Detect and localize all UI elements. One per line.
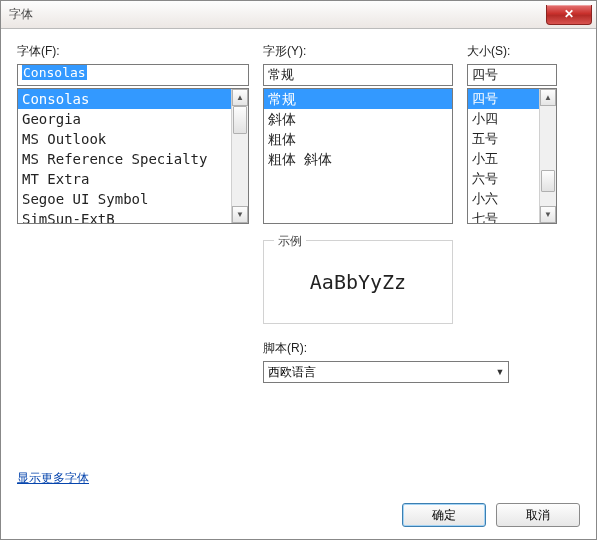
close-button[interactable]: ✕: [546, 5, 592, 25]
size-input[interactable]: [467, 64, 557, 86]
button-row: 确定 取消: [402, 503, 580, 527]
list-item[interactable]: 七号: [468, 209, 539, 223]
sample-group: 示例 AaBbYyZz: [263, 240, 453, 324]
dialog-body: 字体(F): Consolas ConsolasGeorgiaMS Outloo…: [1, 29, 596, 539]
list-item[interactable]: MT Extra: [18, 169, 231, 189]
scroll-down-icon[interactable]: ▼: [232, 206, 248, 223]
size-label: 大小(S):: [467, 43, 557, 60]
style-column: 字形(Y): 常规斜体粗体粗体 斜体 示例 AaBbYyZz 脚本(R): 西欧…: [263, 43, 453, 383]
style-label: 字形(Y):: [263, 43, 453, 60]
sample-label: 示例: [274, 233, 306, 250]
list-item[interactable]: Georgia: [18, 109, 231, 129]
font-label: 字体(F):: [17, 43, 249, 60]
list-item[interactable]: 常规: [264, 89, 452, 109]
size-listbox[interactable]: 四号小四五号小五六号小六七号 ▲ ▼: [467, 88, 557, 224]
list-item[interactable]: MS Outlook: [18, 129, 231, 149]
scroll-up-icon[interactable]: ▲: [232, 89, 248, 106]
close-icon: ✕: [564, 7, 574, 21]
scroll-up-icon[interactable]: ▲: [540, 89, 556, 106]
list-item[interactable]: Segoe UI Symbol: [18, 189, 231, 209]
font-dialog: 字体 ✕ 字体(F): Consolas ConsolasGeorgiaMS O…: [0, 0, 597, 540]
script-value: 西欧语言: [268, 364, 316, 381]
font-input[interactable]: Consolas: [17, 64, 249, 86]
script-label: 脚本(R):: [263, 340, 453, 357]
ok-button[interactable]: 确定: [402, 503, 486, 527]
list-item[interactable]: 粗体 斜体: [264, 149, 452, 169]
size-column: 大小(S): 四号小四五号小五六号小六七号 ▲ ▼: [467, 43, 557, 383]
scroll-down-icon[interactable]: ▼: [540, 206, 556, 223]
font-listbox[interactable]: ConsolasGeorgiaMS OutlookMS Reference Sp…: [17, 88, 249, 224]
list-item[interactable]: 小四: [468, 109, 539, 129]
list-item[interactable]: 六号: [468, 169, 539, 189]
cancel-button[interactable]: 取消: [496, 503, 580, 527]
window-title: 字体: [9, 6, 33, 23]
list-item[interactable]: Consolas: [18, 89, 231, 109]
font-column: 字体(F): Consolas ConsolasGeorgiaMS Outloo…: [17, 43, 249, 383]
list-item[interactable]: 粗体: [264, 129, 452, 149]
list-item[interactable]: 斜体: [264, 109, 452, 129]
size-scrollbar[interactable]: ▲ ▼: [539, 89, 556, 223]
list-item[interactable]: 小六: [468, 189, 539, 209]
titlebar: 字体 ✕: [1, 1, 596, 29]
list-item[interactable]: SimSun-ExtB: [18, 209, 231, 223]
font-scrollbar[interactable]: ▲ ▼: [231, 89, 248, 223]
sample-text: AaBbYyZz: [310, 270, 406, 294]
list-item[interactable]: MS Reference Specialty: [18, 149, 231, 169]
list-item[interactable]: 小五: [468, 149, 539, 169]
style-input[interactable]: [263, 64, 453, 86]
style-listbox[interactable]: 常规斜体粗体粗体 斜体: [263, 88, 453, 224]
script-row: 脚本(R): 西欧语言 ▼: [263, 340, 453, 383]
more-fonts-link[interactable]: 显示更多字体: [17, 470, 89, 487]
list-item[interactable]: 五号: [468, 129, 539, 149]
list-item[interactable]: 四号: [468, 89, 539, 109]
